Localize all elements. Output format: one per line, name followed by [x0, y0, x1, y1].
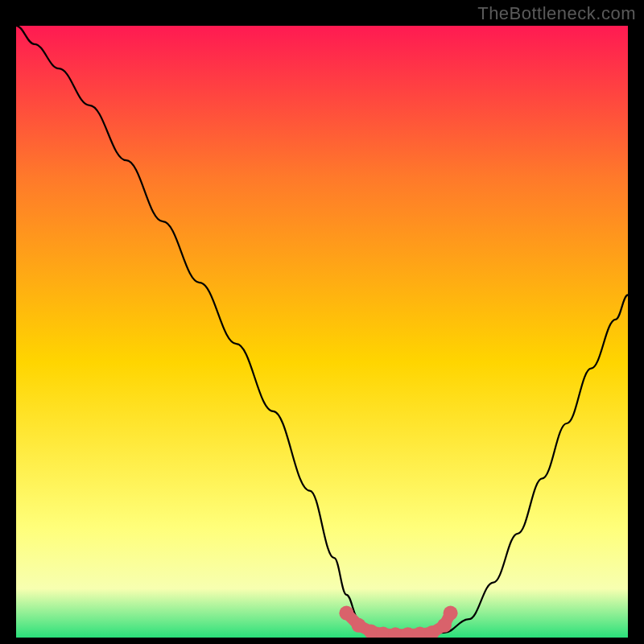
marker-dot — [339, 606, 353, 621]
gradient-background — [16, 26, 628, 638]
marker-dot — [444, 606, 458, 621]
chart-svg — [16, 26, 628, 638]
chart-frame: TheBottleneck.com — [0, 0, 644, 644]
watermark-text: TheBottleneck.com — [477, 3, 636, 24]
plot-area — [16, 26, 628, 638]
